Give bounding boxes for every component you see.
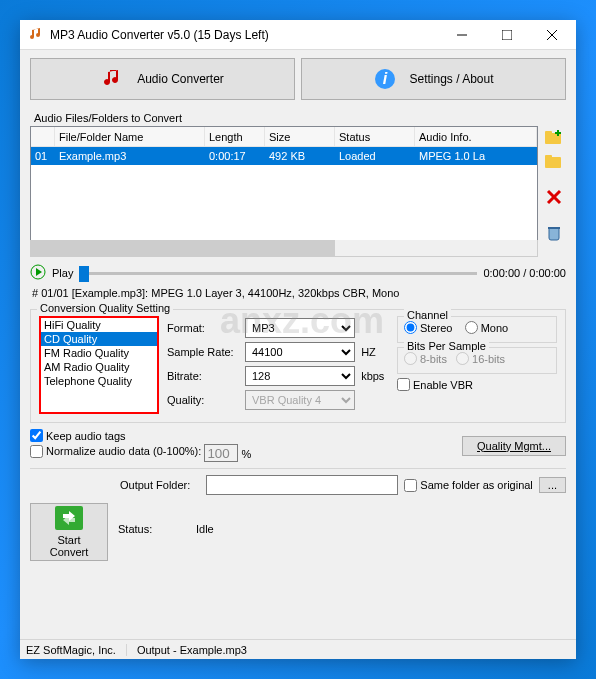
samplerate-label: Sample Rate: [167,346,245,358]
output-folder-label: Output Folder: [120,479,200,491]
quality-list-item[interactable]: Telephone Quality [41,374,157,388]
status-label: Status: [118,523,196,535]
minimize-button[interactable] [439,21,484,49]
audio-converter-button[interactable]: Audio Converter [30,58,295,100]
file-info-line: # 01/01 [Example.mp3]: MPEG 1.0 Layer 3,… [32,287,566,299]
settings-about-button[interactable]: i Settings / About [301,58,566,100]
bits16-radio[interactable]: 16-bits [456,352,505,365]
format-select[interactable]: MP3 [245,318,355,338]
status-company: EZ SoftMagic, Inc. [26,644,127,656]
col-info[interactable]: Audio Info. [415,127,537,146]
play-label: Play [52,267,73,279]
status-value: Idle [196,523,214,535]
maximize-button[interactable] [484,21,529,49]
quality-list-item[interactable]: AM Radio Quality [41,360,157,374]
vbrq-select: VBR Quality 4 [245,390,355,410]
bitrate-select[interactable]: 128 [245,366,355,386]
quality-list-item[interactable]: CD Quality [41,332,157,346]
play-time: 0:00:00 / 0:00:00 [483,267,566,279]
quality-list-item[interactable]: HiFi Quality [41,318,157,332]
col-status[interactable]: Status [335,127,415,146]
keep-tags-checkbox[interactable]: Keep audio tags [30,429,126,442]
enable-vbr-checkbox[interactable]: Enable VBR [397,378,473,391]
file-table[interactable]: File/Folder Name Length Size Status Audi… [30,126,538,241]
col-num[interactable] [31,127,55,146]
format-label: Format: [167,322,245,334]
vbrq-label: Quality: [167,394,245,406]
app-icon [28,27,44,43]
normalize-checkbox[interactable]: Normalize audio data (0-100%): [30,445,201,458]
col-length[interactable]: Length [205,127,265,146]
start-convert-button[interactable]: Start Convert [30,503,108,561]
remove-button[interactable] [542,186,566,208]
titlebar: MP3 Audio Converter v5.0 (15 Days Left) [20,20,576,50]
clear-button[interactable] [542,222,566,244]
mono-radio[interactable]: Mono [465,321,509,334]
play-slider[interactable] [79,263,477,283]
window-title: MP3 Audio Converter v5.0 (15 Days Left) [50,28,439,42]
close-button[interactable] [529,21,574,49]
svg-rect-7 [545,131,552,135]
svg-rect-9 [545,155,552,159]
normalize-input [204,444,238,462]
files-section-label: Audio Files/Folders to Convert [34,112,566,124]
settings-about-label: Settings / About [409,72,493,86]
svg-text:i: i [383,70,388,87]
col-size[interactable]: Size [265,127,335,146]
table-scrollbar[interactable] [30,240,538,257]
browse-button[interactable]: ... [539,477,566,493]
quality-list-item[interactable]: FM Radio Quality [41,346,157,360]
info-icon: i [373,67,397,91]
svg-rect-1 [502,30,512,40]
col-name[interactable]: File/Folder Name [55,127,205,146]
statusbar: EZ SoftMagic, Inc. Output - Example.mp3 [20,639,576,659]
output-folder-input[interactable] [206,475,398,495]
bitrate-label: Bitrate: [167,370,245,382]
quality-mgmt-button[interactable]: Quality Mgmt... [462,436,566,456]
add-folder-button[interactable] [542,150,566,172]
bits8-radio[interactable]: 8-bits [404,352,447,365]
same-folder-checkbox[interactable]: Same folder as original [404,479,533,492]
music-note-icon [101,67,125,91]
convert-icon [55,506,83,532]
quality-fieldset: Conversion Quality Setting HiFi QualityC… [30,309,566,423]
stereo-radio[interactable]: Stereo [404,321,452,334]
status-output: Output - Example.mp3 [137,644,247,656]
samplerate-select[interactable]: 44100 [245,342,355,362]
audio-converter-label: Audio Converter [137,72,224,86]
quality-legend: Conversion Quality Setting [37,302,173,314]
add-file-button[interactable] [542,126,566,148]
play-icon[interactable] [30,264,46,282]
quality-listbox[interactable]: HiFi QualityCD QualityFM Radio QualityAM… [39,316,159,414]
table-row[interactable]: 01 Example.mp3 0:00:17 492 KB Loaded MPE… [31,147,537,165]
